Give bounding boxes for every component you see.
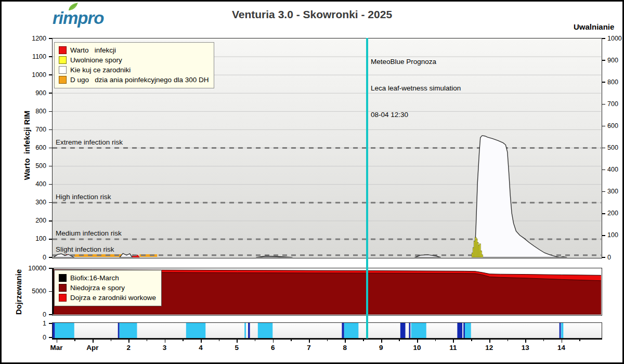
main-right-axis: 01002003004005006007008009001000 [602, 38, 624, 258]
maturation-chart-plot[interactable]: Biofix:16-March Niedojrza e spory Dojrza… [52, 268, 602, 316]
rain-bar [457, 323, 462, 338]
leaf-wetness-bar [55, 323, 74, 338]
rain-bar [560, 323, 561, 338]
x-axis-minor-tick [471, 339, 472, 341]
x-axis-major-tick [273, 339, 274, 343]
risk-threshold-label: High infection risk [56, 193, 111, 201]
germinating-spores-swatch [59, 66, 67, 74]
legend-label: Niedojrza e spory [70, 284, 125, 292]
main-right-axis-label: 600 [607, 122, 618, 129]
x-axis-label: 11 [449, 344, 457, 352]
maturation-axis-tick [49, 268, 52, 269]
wetness-axis-label: 1 [2, 320, 46, 327]
main-right-axis-tick [602, 213, 605, 214]
main-right-axis-tick [602, 257, 605, 258]
main-chart-plot[interactable]: Extreme infection riskHigh infection ris… [52, 38, 602, 258]
germinating-spores-area [120, 253, 132, 257]
x-axis-major-tick [165, 339, 166, 343]
maturation-axis-tick [49, 291, 52, 292]
x-axis-label: 10 [413, 344, 421, 352]
x-axis-minor-tick [291, 339, 292, 341]
leaf-wetness-bar [464, 323, 471, 338]
x-axis-label: 7 [307, 344, 311, 352]
wetness-axis-tick [49, 337, 52, 338]
main-left-axis-tick [49, 74, 52, 75]
x-axis-major-tick [93, 339, 94, 343]
immature-spores-swatch [59, 284, 67, 292]
main-left-axis-tick [49, 239, 52, 240]
main-right-axis-tick [602, 60, 605, 61]
legend-item-released-spores: Uwolnione spory [59, 55, 209, 65]
main-right-axis-label: 800 [607, 79, 618, 86]
legend-label: D ugo dzia ania poinfekcyjnego dla 300 D… [70, 76, 209, 84]
forecast-annotation: MeteoBlue Prognoza Leca leaf-wetness sim… [371, 40, 461, 137]
x-axis-minor-tick [543, 339, 544, 341]
main-left-axis-tick [49, 38, 52, 39]
main-left-axis-tick [49, 93, 52, 94]
legend-item-biofix: Biofix:16-March [59, 273, 156, 283]
x-axis-minor-tick [579, 339, 580, 341]
main-right-axis-label: 400 [607, 166, 618, 173]
main-right-axis-tick [602, 170, 605, 171]
shared-x-axis: MarApr234567891011121314 [52, 339, 611, 356]
rain-bar [248, 323, 250, 338]
rain-bar [409, 323, 410, 338]
leaf-wetness-bar [119, 323, 137, 338]
x-axis-minor-tick [183, 339, 184, 341]
x-axis-label: 9 [379, 344, 383, 352]
main-right-axis-tick [602, 82, 605, 83]
leaf-wetness-bar [258, 323, 272, 338]
legend-label: Dojrza e zarodniki workowe [70, 294, 156, 302]
x-axis-label: 13 [522, 344, 529, 352]
main-left-axis-tick [49, 148, 52, 149]
rain-bar [463, 323, 465, 338]
infection-value-swatch [59, 46, 67, 54]
x-axis-minor-tick [255, 339, 256, 341]
x-axis-minor-tick [219, 339, 220, 341]
main-left-axis-label: 1000 [2, 71, 46, 79]
annotation-simulation: Leca leaf-wetness simulation [371, 84, 461, 93]
main-left-axis-tick [49, 111, 52, 112]
main-right-axis-tick [602, 104, 605, 105]
leaf-wetness-strip[interactable] [52, 322, 602, 339]
released-spores-swatch [59, 56, 67, 64]
leaf-wetness-bar [344, 323, 359, 338]
page-title: Venturia 3.0 - Skowronki - 2025 [2, 8, 622, 21]
main-left-axis-label: 200 [2, 217, 46, 224]
leaf-wetness-bar [411, 323, 426, 338]
main-left-axis-label: 800 [2, 108, 46, 115]
leaf-wetness-bar [244, 323, 246, 338]
main-left-axis-label: 300 [2, 199, 46, 206]
main-right-axis-tick [602, 126, 605, 127]
x-axis-major-tick [57, 339, 58, 343]
germinating-spores-area [54, 254, 74, 257]
legend-item-infection-value: Warto infekcji [59, 45, 209, 55]
main-left-axis-label: 100 [2, 235, 46, 242]
main-right-axis-tick [602, 235, 605, 236]
released-spores-bar [482, 255, 483, 257]
legend-label: Kie kuj ce zarodniki [70, 66, 131, 74]
maturation-left-axis: 1000050000 [2, 268, 52, 316]
maturation-axis-label: 10000 [2, 265, 46, 272]
main-right-axis-label: 200 [607, 210, 618, 217]
x-axis-label: Mar [50, 344, 62, 352]
x-axis-label: 3 [163, 344, 167, 352]
rain-bar [118, 323, 120, 338]
main-left-axis-label: 600 [2, 144, 46, 151]
main-left-axis-tick [49, 56, 52, 57]
risk-threshold-label: Extreme infection risk [56, 138, 123, 146]
x-axis-label: 12 [485, 344, 493, 352]
main-right-axis-label: 1000 [607, 35, 622, 42]
main-right-axis-label: 300 [607, 188, 618, 195]
main-left-axis-label: 500 [2, 162, 46, 170]
leaf-wetness-canvas [53, 323, 602, 338]
x-axis-minor-tick [74, 339, 75, 341]
x-axis-minor-tick [327, 339, 328, 341]
maturation-axis-label: 0 [2, 311, 46, 318]
x-axis-label: 8 [343, 344, 347, 352]
legend-label: Uwolnione spory [70, 56, 122, 64]
main-legend: Warto infekcji Uwolnione spory Kie kuj c… [54, 42, 214, 88]
leaf-wetness-bar [186, 323, 205, 338]
main-right-axis-label: 0 [607, 254, 611, 261]
rain-bar [400, 323, 406, 338]
